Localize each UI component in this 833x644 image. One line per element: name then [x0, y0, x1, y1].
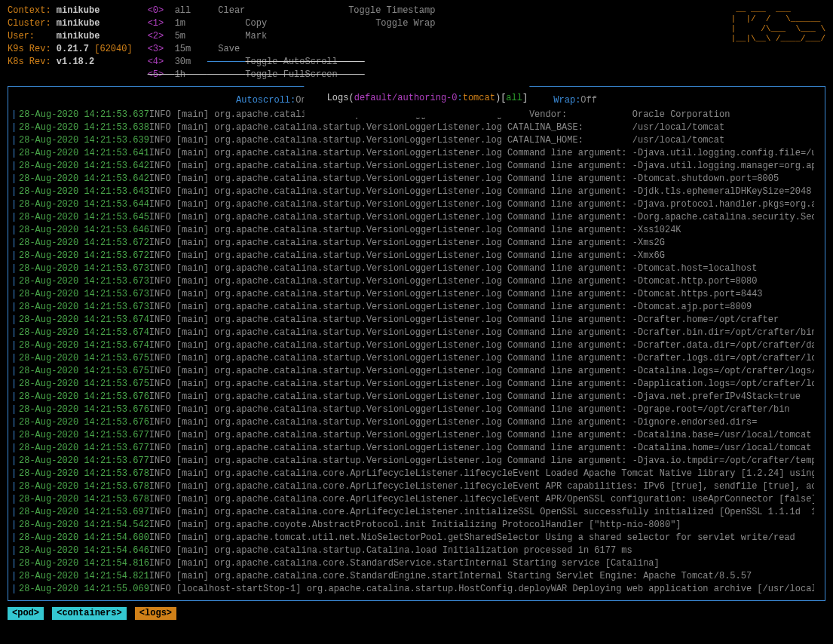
crumb-pod[interactable]: <pod>	[8, 607, 44, 620]
log-line: |28-Aug-2020 14:21:53.678 INFO [main] or…	[11, 480, 822, 493]
log-line: |28-Aug-2020 14:21:53.644 INFO [main] or…	[11, 198, 822, 211]
breadcrumb: <pod> <containers> <logs>	[8, 607, 825, 620]
log-body[interactable]: |28-Aug-2020 14:21:53.637 INFO [main] or…	[11, 109, 822, 596]
log-line: |28-Aug-2020 14:21:53.672 INFO [main] or…	[11, 237, 822, 250]
log-line: |28-Aug-2020 14:21:53.674 INFO [main] or…	[11, 327, 822, 339]
log-line: |28-Aug-2020 14:21:53.676 INFO [main] or…	[11, 416, 822, 429]
log-line: |28-Aug-2020 14:21:53.646 INFO [main] or…	[11, 224, 822, 237]
crumb-logs[interactable]: <logs>	[135, 607, 176, 620]
log-line: |28-Aug-2020 14:21:54.542 INFO [main] or…	[11, 519, 822, 532]
log-line: |28-Aug-2020 14:21:53.697 INFO [main] or…	[11, 506, 822, 519]
log-line: |28-Aug-2020 14:21:53.673 INFO [main] or…	[11, 262, 822, 275]
log-line: |28-Aug-2020 14:21:53.672 INFO [main] or…	[11, 250, 822, 262]
log-line: |28-Aug-2020 14:21:53.677 INFO [main] or…	[11, 455, 822, 468]
log-line: |28-Aug-2020 14:21:53.676 INFO [main] or…	[11, 403, 822, 416]
logs-panel[interactable]: Logs(default/authoring-0:tomcat)[all] Au…	[8, 86, 825, 601]
log-line: |28-Aug-2020 14:21:53.675 INFO [main] or…	[11, 378, 822, 391]
log-line: |28-Aug-2020 14:21:53.645 INFO [main] or…	[11, 211, 822, 224]
panel-title: Logs(default/authoring-0:tomcat)[all]	[304, 79, 529, 118]
log-line: |28-Aug-2020 14:21:53.673 INFO [main] or…	[11, 275, 822, 288]
crumb-containers[interactable]: <containers>	[52, 607, 126, 620]
log-line: |28-Aug-2020 14:21:53.642 INFO [main] or…	[11, 173, 822, 186]
log-line: |28-Aug-2020 14:21:55.069 INFO [localhos…	[11, 583, 822, 596]
log-line: |28-Aug-2020 14:21:53.677 INFO [main] or…	[11, 442, 822, 455]
log-line: |28-Aug-2020 14:21:53.678 INFO [main] or…	[11, 493, 822, 506]
log-line: |28-Aug-2020 14:21:53.641 INFO [main] or…	[11, 147, 822, 160]
log-line: |28-Aug-2020 14:21:53.676 INFO [main] or…	[11, 391, 822, 403]
log-line: |28-Aug-2020 14:21:53.675 INFO [main] or…	[11, 352, 822, 365]
log-line: |28-Aug-2020 14:21:54.821 INFO [main] or…	[11, 570, 822, 583]
log-line: |28-Aug-2020 14:21:54.646 INFO [main] or…	[11, 544, 822, 557]
log-line: |28-Aug-2020 14:21:53.639 INFO [main] or…	[11, 134, 822, 147]
header: Context: minikube Cluster: minikube User…	[8, 5, 825, 81]
log-line: |28-Aug-2020 14:21:53.678 INFO [main] or…	[11, 468, 822, 480]
log-line: |28-Aug-2020 14:21:53.677 INFO [main] or…	[11, 429, 822, 442]
log-line: |28-Aug-2020 14:21:53.675 INFO [main] or…	[11, 365, 822, 378]
log-line: |28-Aug-2020 14:21:53.673 INFO [main] or…	[11, 301, 822, 314]
context-info: Context: minikube Cluster: minikube User…	[8, 5, 133, 69]
log-line: |28-Aug-2020 14:21:54.600 INFO [main] or…	[11, 532, 822, 544]
log-line: |28-Aug-2020 14:21:53.673 INFO [main] or…	[11, 288, 822, 301]
hotkeys: <0> all Clear Toggle Timestamp <1> 1m Co…	[148, 5, 436, 81]
log-line: |28-Aug-2020 14:21:53.674 INFO [main] or…	[11, 314, 822, 327]
log-line: |28-Aug-2020 14:21:53.638 INFO [main] or…	[11, 121, 822, 134]
log-line: |28-Aug-2020 14:21:53.642 INFO [main] or…	[11, 160, 822, 173]
log-line: |28-Aug-2020 14:21:53.674 INFO [main] or…	[11, 339, 822, 352]
k9s-logo: __ ___ ___ | |/ / \______ | /\___ \___ \…	[731, 5, 825, 44]
log-line: |28-Aug-2020 14:21:54.816 INFO [main] or…	[11, 557, 822, 570]
log-line: |28-Aug-2020 14:21:53.643 INFO [main] or…	[11, 186, 822, 198]
